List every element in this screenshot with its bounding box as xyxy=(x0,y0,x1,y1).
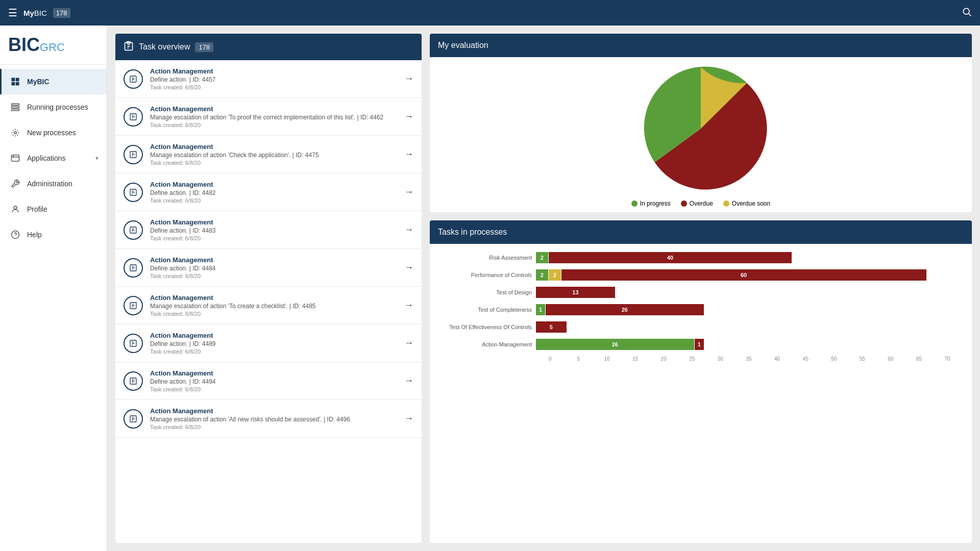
svg-rect-6 xyxy=(12,104,19,105)
bar-row: Performance of Controls2260 xyxy=(440,269,962,281)
task-item-arrow[interactable]: → xyxy=(404,300,413,311)
bar-segment: 5 xyxy=(536,321,567,333)
topbar-brand: MyBIC xyxy=(23,9,47,17)
task-item-info: Action Management Define action. | ID: 4… xyxy=(150,67,397,90)
legend-in-progress: In progress xyxy=(631,200,671,207)
x-tick: 20 xyxy=(649,356,678,362)
task-item-desc: Manage escalation of action 'Check the a… xyxy=(150,152,397,159)
task-item-arrow[interactable]: → xyxy=(404,187,413,197)
menu-icon[interactable]: ☰ xyxy=(8,7,17,19)
x-tick: 65 xyxy=(905,356,934,362)
x-tick: 15 xyxy=(621,356,650,362)
overdue-soon-label: Overdue soon xyxy=(732,200,770,207)
svg-point-0 xyxy=(963,8,969,14)
task-item[interactable]: Action Management Define action. | ID: 4… xyxy=(115,60,422,98)
task-item-date: Task created: 6/8/20 xyxy=(150,424,397,430)
sidebar-item-applications[interactable]: Applications ▾ xyxy=(0,145,107,171)
bar-label: Test of Design xyxy=(440,289,532,295)
task-item-info: Action Management Manage escalation of a… xyxy=(150,407,397,430)
task-item-arrow[interactable]: → xyxy=(404,149,413,160)
tasks-proc-title: Tasks in processes xyxy=(438,228,507,236)
bar-segment: 40 xyxy=(549,252,792,263)
task-item[interactable]: Action Management Manage escalation of a… xyxy=(115,400,422,438)
logo-grc: GRC xyxy=(40,41,65,54)
sidebar-item-running-processes[interactable]: Running processes xyxy=(0,94,107,120)
task-item-arrow[interactable]: → xyxy=(404,413,413,424)
x-tick: 5 xyxy=(565,356,593,362)
task-item-title: Action Management xyxy=(150,67,397,75)
task-item-arrow[interactable]: → xyxy=(404,262,413,273)
sidebar-item-profile[interactable]: Profile xyxy=(0,196,107,222)
task-item-date: Task created: 6/8/20 xyxy=(150,273,397,279)
task-item-date: Task created: 6/8/20 xyxy=(150,84,397,90)
sidebar-item-profile-label: Profile xyxy=(27,205,47,213)
task-item[interactable]: Action Management Define action. | ID: 4… xyxy=(115,173,422,211)
help-icon xyxy=(10,229,21,240)
chevron-down-icon: ▾ xyxy=(95,155,99,162)
task-item-arrow[interactable]: → xyxy=(404,338,413,348)
task-item[interactable]: Action Management Manage escalation of a… xyxy=(115,98,422,136)
bar-segment: 1 xyxy=(536,304,545,315)
svg-rect-8 xyxy=(12,109,19,111)
task-item-icon xyxy=(124,334,143,353)
task-item-date: Task created: 6/8/20 xyxy=(150,122,397,128)
task-item-icon xyxy=(124,220,143,240)
main-content: Task overview 178 Action Management Defi… xyxy=(107,26,980,551)
overdue-soon-dot xyxy=(723,201,729,207)
in-progress-dot xyxy=(631,201,638,207)
eval-panel-header: My evaluation xyxy=(430,34,972,57)
svg-rect-7 xyxy=(12,107,19,108)
x-tick: 30 xyxy=(706,356,735,362)
task-item-desc: Define action. | ID: 4489 xyxy=(150,340,397,347)
task-item[interactable]: Action Management Manage escalation of a… xyxy=(115,136,422,173)
task-item-arrow[interactable]: → xyxy=(404,375,413,386)
administration-icon xyxy=(10,178,21,189)
sidebar-item-running-processes-label: Running processes xyxy=(27,103,88,111)
task-item-icon xyxy=(124,145,143,164)
task-item[interactable]: Action Management Define action. | ID: 4… xyxy=(115,211,422,249)
sidebar-item-mybic[interactable]: MyBIC xyxy=(0,69,107,94)
bar-row: Test of Design13 xyxy=(440,287,962,298)
task-item-info: Action Management Define action. | ID: 4… xyxy=(150,369,397,392)
task-item[interactable]: Action Management Define action. | ID: 4… xyxy=(115,324,422,362)
task-item-info: Action Management Define action. | ID: 4… xyxy=(150,181,397,204)
bar-row: Test of Completeness126 xyxy=(440,304,962,315)
task-item-arrow[interactable]: → xyxy=(404,224,413,235)
task-item-desc: Manage escalation of action 'To proof th… xyxy=(150,114,397,121)
bar-segment: 13 xyxy=(536,287,615,298)
new-processes-icon xyxy=(10,127,21,138)
task-item-icon xyxy=(124,409,143,429)
svg-rect-3 xyxy=(16,78,19,82)
eval-title: My evaluation xyxy=(438,41,488,49)
task-item-title: Action Management xyxy=(150,407,397,415)
task-item-arrow[interactable]: → xyxy=(404,111,413,122)
sidebar: BICGRC MyBIC Running processes New xyxy=(0,26,107,551)
task-item-arrow[interactable]: → xyxy=(404,73,413,84)
task-count-badge: 178 xyxy=(195,42,213,52)
task-list: Action Management Define action. | ID: 4… xyxy=(115,60,422,543)
sidebar-item-new-processes[interactable]: New processes xyxy=(0,120,107,145)
sidebar-item-mybic-label: MyBIC xyxy=(27,78,50,86)
bar-track: 5 xyxy=(536,321,962,333)
topbar-count: 178 xyxy=(53,8,70,18)
sidebar-item-administration[interactable]: Administration xyxy=(0,171,107,196)
svg-rect-10 xyxy=(12,155,19,161)
search-icon[interactable] xyxy=(962,7,972,19)
task-item-info: Action Management Manage escalation of a… xyxy=(150,105,397,128)
sidebar-item-help[interactable]: Help xyxy=(0,222,107,247)
task-item-icon xyxy=(124,69,143,89)
tasks-proc-panel: Tasks in processes Risk Assessment240Per… xyxy=(430,220,972,543)
task-item[interactable]: Action Management Manage escalation of a… xyxy=(115,287,422,324)
topbar: ☰ MyBIC 178 xyxy=(0,0,980,26)
grid-icon xyxy=(10,76,21,87)
task-item-desc: Manage escalation of action 'All new ris… xyxy=(150,416,397,423)
sidebar-logo: BICGRC xyxy=(0,26,107,65)
task-item[interactable]: Action Management Define action. | ID: 4… xyxy=(115,362,422,400)
eval-panel: My evaluation xyxy=(430,34,972,212)
x-tick: 0 xyxy=(536,356,565,362)
svg-point-9 xyxy=(14,132,17,134)
topbar-left: ☰ MyBIC 178 xyxy=(8,7,70,19)
bar-chart-content: Risk Assessment240Performance of Control… xyxy=(430,244,972,370)
task-item[interactable]: Action Management Define action. | ID: 4… xyxy=(115,249,422,287)
svg-point-13 xyxy=(14,206,17,209)
